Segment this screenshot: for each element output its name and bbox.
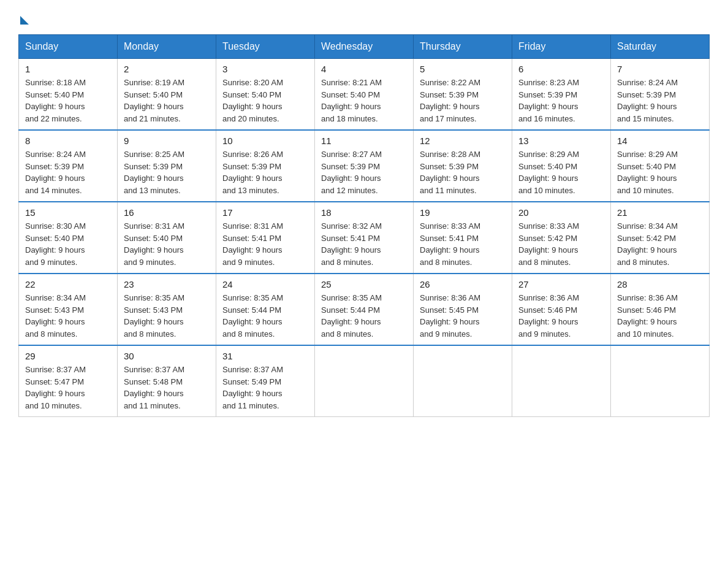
day-number: 5: [420, 64, 506, 74]
day-number: 25: [321, 279, 407, 289]
calendar-cell: 9Sunrise: 8:25 AMSunset: 5:39 PMDaylight…: [118, 130, 216, 202]
day-info: Sunrise: 8:19 AMSunset: 5:40 PMDaylight:…: [124, 77, 210, 124]
day-info: Sunrise: 8:20 AMSunset: 5:40 PMDaylight:…: [222, 77, 308, 124]
calendar-week-row: 22Sunrise: 8:34 AMSunset: 5:43 PMDayligh…: [19, 274, 710, 345]
day-info: Sunrise: 8:27 AMSunset: 5:39 PMDaylight:…: [321, 148, 407, 196]
day-info: Sunrise: 8:34 AMSunset: 5:43 PMDaylight:…: [25, 292, 111, 340]
calendar-cell: 22Sunrise: 8:34 AMSunset: 5:43 PMDayligh…: [19, 274, 118, 345]
calendar-cell: 19Sunrise: 8:33 AMSunset: 5:41 PMDayligh…: [414, 202, 512, 274]
calendar-cell: 7Sunrise: 8:24 AMSunset: 5:39 PMDaylight…: [611, 59, 710, 131]
day-number: 1: [25, 64, 111, 74]
day-info: Sunrise: 8:33 AMSunset: 5:42 PMDaylight:…: [518, 220, 604, 268]
day-number: 13: [518, 136, 604, 146]
day-number: 11: [321, 136, 407, 146]
day-number: 18: [321, 207, 407, 218]
calendar-cell: 2Sunrise: 8:19 AMSunset: 5:40 PMDaylight…: [118, 59, 216, 131]
day-info: Sunrise: 8:36 AMSunset: 5:46 PMDaylight:…: [518, 292, 604, 340]
day-number: 19: [420, 207, 506, 218]
calendar-cell: 10Sunrise: 8:26 AMSunset: 5:39 PMDayligh…: [216, 130, 315, 202]
day-info: Sunrise: 8:37 AMSunset: 5:48 PMDaylight:…: [124, 364, 210, 412]
calendar-week-row: 29Sunrise: 8:37 AMSunset: 5:47 PMDayligh…: [19, 345, 710, 417]
day-number: 16: [124, 207, 210, 218]
logo: [18, 12, 29, 22]
day-info: Sunrise: 8:29 AMSunset: 5:40 PMDaylight:…: [518, 148, 604, 196]
day-info: Sunrise: 8:28 AMSunset: 5:39 PMDaylight:…: [420, 148, 506, 196]
day-number: 8: [25, 136, 111, 146]
day-info: Sunrise: 8:33 AMSunset: 5:41 PMDaylight:…: [420, 220, 506, 268]
day-number: 23: [124, 279, 210, 289]
day-info: Sunrise: 8:35 AMSunset: 5:43 PMDaylight:…: [124, 292, 210, 340]
calendar-cell: 24Sunrise: 8:35 AMSunset: 5:44 PMDayligh…: [216, 274, 315, 345]
day-info: Sunrise: 8:29 AMSunset: 5:40 PMDaylight:…: [617, 148, 703, 196]
calendar-cell: 13Sunrise: 8:29 AMSunset: 5:40 PMDayligh…: [512, 130, 611, 202]
calendar-cell: 1Sunrise: 8:18 AMSunset: 5:40 PMDaylight…: [19, 59, 118, 131]
calendar-cell: [512, 345, 611, 417]
calendar-cell: 20Sunrise: 8:33 AMSunset: 5:42 PMDayligh…: [512, 202, 611, 274]
day-number: 3: [222, 64, 308, 74]
column-header-thursday: Thursday: [414, 35, 512, 59]
logo-arrow-icon: [20, 16, 29, 25]
calendar-cell: 21Sunrise: 8:34 AMSunset: 5:42 PMDayligh…: [611, 202, 710, 274]
day-number: 31: [222, 351, 308, 361]
calendar-cell: 5Sunrise: 8:22 AMSunset: 5:39 PMDaylight…: [414, 59, 512, 131]
day-info: Sunrise: 8:34 AMSunset: 5:42 PMDaylight:…: [617, 220, 703, 268]
calendar-header-row: SundayMondayTuesdayWednesdayThursdayFrid…: [19, 35, 710, 59]
day-info: Sunrise: 8:37 AMSunset: 5:47 PMDaylight:…: [25, 364, 111, 412]
calendar-cell: 11Sunrise: 8:27 AMSunset: 5:39 PMDayligh…: [315, 130, 414, 202]
day-number: 12: [420, 136, 506, 146]
day-info: Sunrise: 8:21 AMSunset: 5:40 PMDaylight:…: [321, 77, 407, 124]
day-info: Sunrise: 8:25 AMSunset: 5:39 PMDaylight:…: [124, 148, 210, 196]
day-info: Sunrise: 8:35 AMSunset: 5:44 PMDaylight:…: [222, 292, 308, 340]
day-info: Sunrise: 8:22 AMSunset: 5:39 PMDaylight:…: [420, 77, 506, 124]
day-info: Sunrise: 8:31 AMSunset: 5:40 PMDaylight:…: [124, 220, 210, 268]
calendar-table: SundayMondayTuesdayWednesdayThursdayFrid…: [18, 34, 710, 417]
day-info: Sunrise: 8:35 AMSunset: 5:44 PMDaylight:…: [321, 292, 407, 340]
column-header-sunday: Sunday: [19, 35, 118, 59]
day-info: Sunrise: 8:31 AMSunset: 5:41 PMDaylight:…: [222, 220, 308, 268]
calendar-cell: 29Sunrise: 8:37 AMSunset: 5:47 PMDayligh…: [19, 345, 118, 417]
day-number: 26: [420, 279, 506, 289]
day-number: 20: [518, 207, 604, 218]
calendar-cell: 8Sunrise: 8:24 AMSunset: 5:39 PMDaylight…: [19, 130, 118, 202]
calendar-cell: 25Sunrise: 8:35 AMSunset: 5:44 PMDayligh…: [315, 274, 414, 345]
calendar-cell: 23Sunrise: 8:35 AMSunset: 5:43 PMDayligh…: [118, 274, 216, 345]
calendar-week-row: 1Sunrise: 8:18 AMSunset: 5:40 PMDaylight…: [19, 59, 710, 131]
calendar-week-row: 8Sunrise: 8:24 AMSunset: 5:39 PMDaylight…: [19, 130, 710, 202]
calendar-cell: 27Sunrise: 8:36 AMSunset: 5:46 PMDayligh…: [512, 274, 611, 345]
day-number: 15: [25, 207, 111, 218]
day-number: 10: [222, 136, 308, 146]
day-number: 28: [617, 279, 703, 289]
day-info: Sunrise: 8:37 AMSunset: 5:49 PMDaylight:…: [222, 364, 308, 412]
day-info: Sunrise: 8:32 AMSunset: 5:41 PMDaylight:…: [321, 220, 407, 268]
day-info: Sunrise: 8:24 AMSunset: 5:39 PMDaylight:…: [617, 77, 703, 124]
calendar-cell: 3Sunrise: 8:20 AMSunset: 5:40 PMDaylight…: [216, 59, 315, 131]
column-header-monday: Monday: [118, 35, 216, 59]
calendar-cell: 18Sunrise: 8:32 AMSunset: 5:41 PMDayligh…: [315, 202, 414, 274]
calendar-cell: 17Sunrise: 8:31 AMSunset: 5:41 PMDayligh…: [216, 202, 315, 274]
calendar-cell: 28Sunrise: 8:36 AMSunset: 5:46 PMDayligh…: [611, 274, 710, 345]
day-number: 17: [222, 207, 308, 218]
day-info: Sunrise: 8:18 AMSunset: 5:40 PMDaylight:…: [25, 77, 111, 124]
calendar-cell: 16Sunrise: 8:31 AMSunset: 5:40 PMDayligh…: [118, 202, 216, 274]
day-number: 21: [617, 207, 703, 218]
calendar-cell: 14Sunrise: 8:29 AMSunset: 5:40 PMDayligh…: [611, 130, 710, 202]
column-header-wednesday: Wednesday: [315, 35, 414, 59]
day-number: 29: [25, 351, 111, 361]
column-header-friday: Friday: [512, 35, 611, 59]
day-number: 6: [518, 64, 604, 74]
calendar-cell: [315, 345, 414, 417]
calendar-week-row: 15Sunrise: 8:30 AMSunset: 5:40 PMDayligh…: [19, 202, 710, 274]
day-number: 2: [124, 64, 210, 74]
day-info: Sunrise: 8:36 AMSunset: 5:45 PMDaylight:…: [420, 292, 506, 340]
day-info: Sunrise: 8:36 AMSunset: 5:46 PMDaylight:…: [617, 292, 703, 340]
calendar-cell: 4Sunrise: 8:21 AMSunset: 5:40 PMDaylight…: [315, 59, 414, 131]
day-number: 27: [518, 279, 604, 289]
day-info: Sunrise: 8:26 AMSunset: 5:39 PMDaylight:…: [222, 148, 308, 196]
calendar-cell: 31Sunrise: 8:37 AMSunset: 5:49 PMDayligh…: [216, 345, 315, 417]
day-number: 7: [617, 64, 703, 74]
page-header: [18, 12, 710, 22]
day-info: Sunrise: 8:23 AMSunset: 5:39 PMDaylight:…: [518, 77, 604, 124]
day-info: Sunrise: 8:30 AMSunset: 5:40 PMDaylight:…: [25, 220, 111, 268]
calendar-cell: 6Sunrise: 8:23 AMSunset: 5:39 PMDaylight…: [512, 59, 611, 131]
calendar-cell: 30Sunrise: 8:37 AMSunset: 5:48 PMDayligh…: [118, 345, 216, 417]
